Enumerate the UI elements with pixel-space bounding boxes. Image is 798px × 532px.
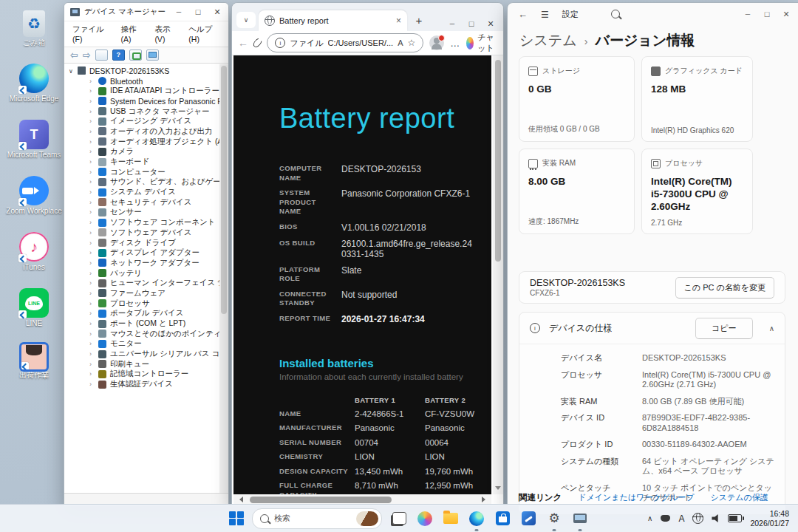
tray-overflow-icon[interactable] xyxy=(647,514,652,522)
expand-icon[interactable] xyxy=(89,188,98,196)
search-highlight-image[interactable] xyxy=(356,511,378,526)
pen-icon[interactable] xyxy=(661,515,670,522)
list-icon[interactable] xyxy=(129,50,142,61)
expand-icon[interactable] xyxy=(89,361,98,368)
expand-icon[interactable] xyxy=(89,128,98,135)
expand-icon[interactable] xyxy=(89,290,98,297)
expand-icon[interactable] xyxy=(89,340,98,347)
device-manager-scrollbar[interactable] xyxy=(219,64,228,493)
expand-icon[interactable] xyxy=(89,158,98,166)
chevron-up-icon[interactable] xyxy=(769,324,774,332)
expand-icon[interactable] xyxy=(89,78,98,85)
close-icon[interactable] xyxy=(481,16,500,31)
tree-item[interactable]: ソフトウェア デバイス xyxy=(64,228,219,238)
tree-item[interactable]: ファームウェア xyxy=(64,288,219,299)
expand-icon[interactable] xyxy=(89,108,98,115)
back-icon[interactable] xyxy=(518,9,528,20)
expand-icon[interactable] xyxy=(89,199,98,206)
tree-item[interactable]: セキュリティ デバイス xyxy=(64,197,219,208)
tree-item[interactable]: ヒューマン インターフェイス デバイス xyxy=(64,278,219,288)
help-icon[interactable] xyxy=(112,50,125,61)
expand-icon[interactable] xyxy=(89,259,98,267)
close-icon[interactable] xyxy=(208,4,227,19)
maximize-icon[interactable] xyxy=(757,7,777,21)
device-spec-header[interactable]: デバイスの仕様 コピー xyxy=(519,313,785,344)
page-info-icon[interactable] xyxy=(275,38,285,48)
tree-item[interactable]: 生体認証デバイス xyxy=(64,379,219,389)
expand-icon[interactable] xyxy=(89,330,98,338)
tree-item[interactable]: ネットワーク アダプター xyxy=(64,258,219,268)
url-field[interactable]: ファイル C:/Users/USER/... A xyxy=(267,33,423,52)
tree-item[interactable]: ユニバーサル シリアル バス コントローラー xyxy=(64,349,219,359)
ime-indicator[interactable]: A xyxy=(678,514,684,524)
task-view-button[interactable] xyxy=(390,510,408,528)
scrollbar-thumb[interactable] xyxy=(495,60,501,262)
expand-icon[interactable] xyxy=(89,370,98,378)
scroll-down-icon[interactable] xyxy=(495,486,501,493)
tree-item[interactable]: イメージング デバイス xyxy=(64,116,219,126)
expand-icon[interactable] xyxy=(89,279,98,287)
close-icon[interactable] xyxy=(777,7,796,21)
back-icon[interactable]: ⇦ xyxy=(70,50,78,61)
tree-item[interactable]: カメラ xyxy=(64,147,219,157)
scroll-right-icon[interactable] xyxy=(482,497,488,502)
tree-item[interactable]: System Devices for Panasonic PC xyxy=(64,96,219,106)
minimize-icon[interactable] xyxy=(443,16,462,31)
scan-hardware-icon[interactable] xyxy=(146,50,159,61)
desktop-icon-photo[interactable]: 出荷作業 xyxy=(4,344,64,379)
tab-close-icon[interactable] xyxy=(396,16,401,26)
network-icon[interactable] xyxy=(692,513,703,524)
minimize-icon[interactable] xyxy=(738,7,757,21)
tree-item[interactable]: ソフトウェア コンポーネント xyxy=(64,217,219,228)
tree-item[interactable]: 記憶域コントローラー xyxy=(64,369,219,380)
battery-icon[interactable] xyxy=(728,514,742,522)
new-tab-icon[interactable] xyxy=(410,11,428,29)
volume-icon[interactable] xyxy=(712,514,720,522)
expand-icon[interactable] xyxy=(89,381,98,388)
tree-item[interactable]: 印刷キュー xyxy=(64,359,219,369)
expand-icon[interactable] xyxy=(89,249,98,256)
desktop-icon-zoom[interactable]: Zoom Workplace xyxy=(4,176,64,215)
properties-icon[interactable] xyxy=(95,50,108,61)
expand-icon[interactable] xyxy=(89,320,98,327)
device-manager-button[interactable] xyxy=(571,510,589,528)
tree-item[interactable]: オーディオ処理オブジェクト (APO) xyxy=(64,137,219,147)
refresh-icon[interactable] xyxy=(252,37,264,50)
desktop-icon-recycle-bin[interactable]: ごみ箱 xyxy=(4,10,64,47)
expand-icon[interactable] xyxy=(89,168,98,176)
taskbar-search[interactable]: 検索 xyxy=(252,508,382,529)
settings-button[interactable] xyxy=(545,510,563,528)
expand-icon[interactable] xyxy=(89,138,98,146)
maximize-icon[interactable] xyxy=(188,4,208,19)
tree-item[interactable]: センサー xyxy=(64,208,219,218)
start-button[interactable] xyxy=(229,511,244,526)
tree-item[interactable]: ポート (COM と LPT) xyxy=(64,318,219,329)
store-button[interactable] xyxy=(494,510,511,528)
more-menu-icon[interactable] xyxy=(450,38,460,49)
tree-item[interactable]: オーディオの入力および出力 xyxy=(64,126,219,137)
tab-battery-report[interactable]: Battery report xyxy=(259,10,407,31)
profile-avatar[interactable] xyxy=(429,35,444,50)
device-manager-titlebar[interactable]: デバイス マネージャー xyxy=(64,3,228,21)
desktop-icon-itunes[interactable]: iTunes xyxy=(4,232,64,271)
expand-icon[interactable] xyxy=(89,310,98,317)
expand-icon[interactable] xyxy=(89,87,98,95)
tree-item[interactable]: システム デバイス xyxy=(64,187,219,197)
expand-icon[interactable] xyxy=(89,98,98,105)
tree-item[interactable]: Bluetooth xyxy=(64,76,219,86)
tree-item[interactable]: ポータブル デバイス xyxy=(64,309,219,319)
tree-item[interactable]: モニター xyxy=(64,339,219,349)
expand-icon[interactable] xyxy=(89,270,98,277)
breadcrumb-system[interactable]: システム xyxy=(519,31,577,50)
link-domain-workgroup[interactable]: ドメインまたはワークグループ xyxy=(578,492,694,503)
favorite-icon[interactable] xyxy=(407,38,415,48)
expand-icon[interactable] xyxy=(89,117,98,125)
settings-titlebar[interactable]: 設定 xyxy=(508,3,798,25)
scroll-left-icon[interactable] xyxy=(236,497,243,502)
copilot-button[interactable] xyxy=(416,510,434,528)
tree-item[interactable]: バッテリ xyxy=(64,268,219,279)
file-explorer-button[interactable] xyxy=(442,510,460,528)
tree-item[interactable]: コンピューター xyxy=(64,167,219,177)
hamburger-menu-icon[interactable] xyxy=(541,9,549,20)
menu-item-2[interactable]: 表示(V) xyxy=(151,23,182,45)
